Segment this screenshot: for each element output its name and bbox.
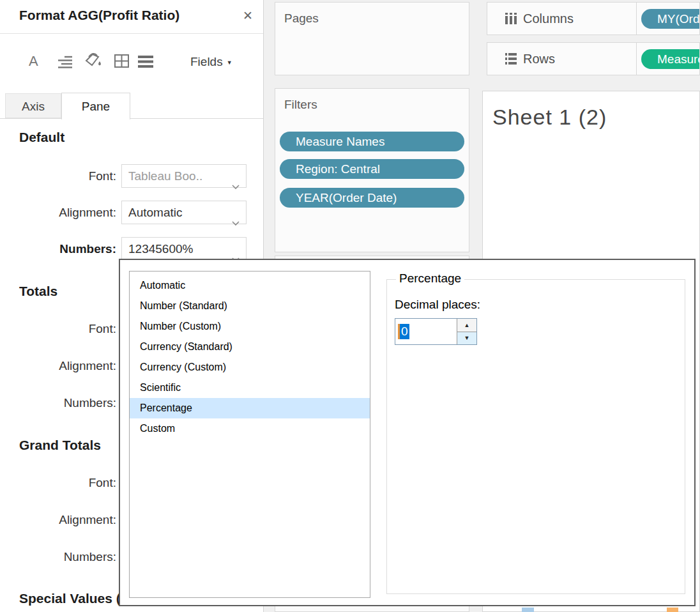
- alignment-dropdown[interactable]: Automatic: [121, 201, 247, 224]
- font-label: Font:: [4, 169, 116, 183]
- alignment-label: Alignment:: [4, 359, 116, 373]
- fields-dropdown[interactable]: Fields▼: [190, 55, 232, 69]
- number-format-popup: Automatic Number (Standard) Number (Cust…: [119, 259, 696, 606]
- list-item[interactable]: Automatic: [130, 275, 370, 296]
- rows-shelf[interactable]: Rows Measure Values: [487, 42, 700, 75]
- format-panel-title: Format AGG(Profit Ratio): [19, 8, 179, 23]
- decimal-places-label: Decimal places:: [395, 298, 480, 312]
- pages-label: Pages: [284, 11, 319, 26]
- font-icon[interactable]: A: [29, 53, 38, 70]
- list-item[interactable]: Currency (Standard): [130, 337, 370, 357]
- numbers-label: Numbers:: [4, 242, 116, 256]
- rows-icon: [505, 53, 517, 65]
- spinner-buttons: ▲ ▼: [457, 319, 476, 344]
- groupbox-legend: Percentage: [396, 272, 464, 286]
- filter-pill[interactable]: Region: Central: [280, 159, 464, 179]
- columns-icon: [505, 13, 517, 24]
- font-label: Font:: [4, 322, 116, 336]
- filters-shelf[interactable]: Filters Measure Names Region: Central YE…: [275, 88, 469, 252]
- list-item[interactable]: Custom: [130, 418, 370, 439]
- numbers-label: Numbers:: [4, 396, 116, 410]
- alignment-label: Alignment:: [4, 513, 116, 527]
- pages-shelf[interactable]: Pages: [275, 2, 469, 75]
- list-item[interactable]: Scientific: [130, 378, 370, 398]
- list-item[interactable]: Currency (Custom): [130, 357, 370, 378]
- filter-pill[interactable]: YEAR(Order Date): [280, 188, 464, 208]
- columns-label: Columns: [523, 11, 574, 26]
- tab-axis[interactable]: Axis: [5, 93, 61, 118]
- format-type-list: Automatic Number (Standard) Number (Cust…: [129, 271, 370, 598]
- chevron-down-icon: [232, 211, 240, 233]
- spin-up-icon[interactable]: ▲: [457, 319, 476, 332]
- columns-pill[interactable]: MY(Order Date): [641, 9, 700, 29]
- chevron-down-icon: [232, 174, 240, 197]
- section-heading-grand-totals: Grand Totals: [19, 438, 101, 453]
- font-dropdown[interactable]: Tableau Boo..: [121, 164, 247, 188]
- divider: [636, 43, 637, 75]
- list-item-selected[interactable]: Percentage: [130, 398, 370, 418]
- spin-down-icon[interactable]: ▼: [457, 332, 476, 345]
- lines-icon[interactable]: [137, 54, 156, 72]
- shading-icon[interactable]: [84, 51, 104, 73]
- numbers-label: Numbers:: [4, 550, 116, 564]
- columns-shelf[interactable]: Columns MY(Order Date): [487, 2, 700, 35]
- tab-pane[interactable]: Pane: [61, 93, 130, 119]
- caret-down-icon: ▼: [227, 59, 232, 66]
- spinner-input[interactable]: 0: [395, 319, 457, 344]
- percentage-groupbox: Percentage Decimal places: 0 ▲ ▼: [386, 279, 685, 594]
- font-label: Font:: [4, 476, 116, 490]
- decimal-places-spinner[interactable]: 0 ▲ ▼: [395, 318, 477, 345]
- filters-label: Filters: [284, 98, 317, 112]
- rows-pill[interactable]: Measure Values: [641, 49, 700, 69]
- list-item[interactable]: Number (Custom): [130, 316, 370, 337]
- rows-label: Rows: [523, 52, 555, 66]
- section-heading-totals: Totals: [19, 284, 57, 299]
- filter-pill[interactable]: Measure Names: [280, 132, 464, 151]
- numbers-dropdown[interactable]: 12345600%: [121, 237, 247, 261]
- viz-bar-orange: [667, 608, 678, 612]
- spinner-value: 0: [400, 324, 409, 339]
- close-icon[interactable]: ✕: [243, 8, 253, 23]
- list-item[interactable]: Number (Standard): [130, 296, 370, 316]
- alignment-label: Alignment:: [4, 206, 116, 220]
- sheet-title: Sheet 1 (2): [492, 105, 607, 130]
- divider: [0, 33, 263, 34]
- fields-label: Fields: [190, 55, 223, 68]
- section-heading-default: Default: [19, 130, 65, 145]
- viz-bar-blue: [522, 608, 534, 612]
- alignment-icon[interactable]: [56, 54, 73, 72]
- divider: [636, 3, 637, 34]
- borders-icon[interactable]: [113, 53, 131, 72]
